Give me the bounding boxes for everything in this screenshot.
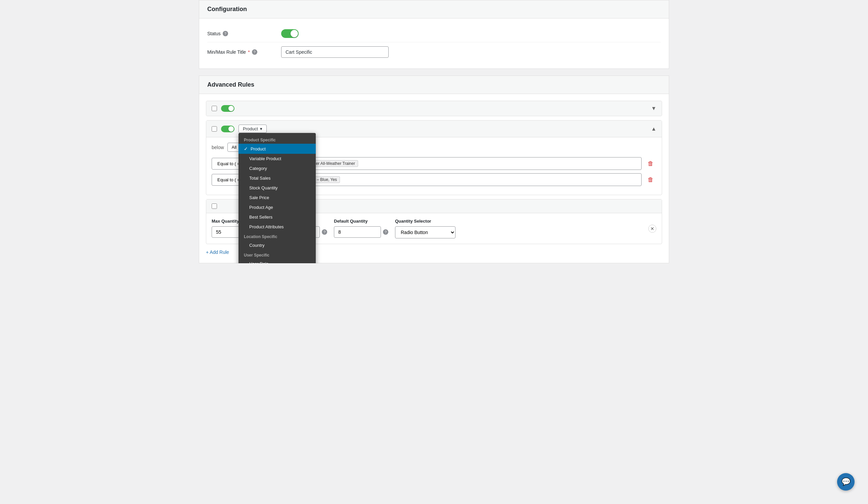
rule-card-2: Product ▾ Product Specific ✓ Product Va xyxy=(206,120,662,195)
dropdown-item-product-label: Product xyxy=(251,146,266,151)
dropdown-group-product-specific: Product Specific xyxy=(238,135,316,144)
dropdown-item-best-sellers-label: Best Sellers xyxy=(249,214,272,220)
dropdown-item-best-sellers[interactable]: Best Sellers xyxy=(238,212,316,222)
dropdown-item-stock-quantity-label: Stock Quantity xyxy=(249,185,278,190)
rule-title-label: Min/Max Rule Title * ? xyxy=(207,49,281,55)
collapse-down-icon[interactable]: ▼ xyxy=(651,105,657,112)
dropdown-item-total-sales-label: Total Sales xyxy=(249,176,271,181)
dropdown-item-product-age-label: Product Age xyxy=(249,205,273,210)
collapse-up-icon[interactable]: ▲ xyxy=(651,126,657,132)
dropdown-item-user-role-label: User Role xyxy=(249,261,269,263)
default-quantity-group: Default Quantity ? xyxy=(334,219,388,238)
default-quantity-input[interactable] xyxy=(334,226,381,238)
status-label: Status ? xyxy=(207,31,281,36)
configuration-title: Configuration xyxy=(207,6,661,13)
condition-2-delete[interactable]: 🗑 xyxy=(645,175,657,185)
status-help-icon[interactable]: ? xyxy=(223,31,228,36)
rule-type-label: Product xyxy=(243,126,258,131)
rule-card-2-checkbox[interactable] xyxy=(211,126,217,132)
dropdown-item-total-sales[interactable]: Total Sales xyxy=(238,173,316,183)
status-toggle[interactable] xyxy=(281,29,299,38)
quantity-selector-group: Quantity Selector Radio Button Dropdown … xyxy=(395,219,455,238)
dropdown-item-product-attributes[interactable]: Product Attributes xyxy=(238,222,316,232)
dropdown-item-stock-quantity[interactable]: Stock Quantity xyxy=(238,183,316,193)
rule-card-2-toggle[interactable] xyxy=(221,126,235,132)
dropdown-item-category[interactable]: Category xyxy=(238,164,316,173)
dropdown-item-product-attributes-label: Product Attributes xyxy=(249,224,284,229)
quantity-selector-select[interactable]: Radio Button Dropdown Input xyxy=(395,226,455,238)
quantity-section-close-button[interactable]: ✕ xyxy=(648,225,657,233)
advanced-rules-title: Advanced Rules xyxy=(207,81,661,88)
default-quantity-label: Default Quantity xyxy=(334,219,388,224)
dropdown-item-sale-price[interactable]: Sale Price xyxy=(238,193,316,202)
rule-card-2-header: Product ▾ Product Specific ✓ Product Va xyxy=(206,120,662,137)
add-rule-button[interactable]: + Add Rule xyxy=(206,248,229,256)
dropdown-item-product-age[interactable]: Product Age xyxy=(238,202,316,212)
dropdown-item-country-label: Country xyxy=(249,243,265,248)
dropdown-item-country[interactable]: Country xyxy=(238,240,316,250)
condition-1-delete[interactable]: 🗑 xyxy=(645,159,657,169)
rule-card-1-toggle[interactable] xyxy=(221,105,235,112)
condition-2-tags[interactable]: × #89 - Hoodie – Blue, Yes xyxy=(282,173,642,186)
dropdown-item-product[interactable]: ✓ Product xyxy=(238,144,316,154)
quantity-section-checkbox[interactable] xyxy=(211,203,217,209)
add-rule-label: + Add Rule xyxy=(206,250,229,255)
quantity-selector-label: Quantity Selector xyxy=(395,219,455,224)
rule-title-input[interactable] xyxy=(281,46,389,58)
rule-type-button[interactable]: Product ▾ xyxy=(238,125,267,133)
dropdown-item-user-role[interactable]: User Role xyxy=(238,259,316,263)
dropdown-group-user-specific: User Specific xyxy=(238,250,316,259)
default-quantity-help-icon[interactable]: ? xyxy=(383,229,388,235)
condition-1-tags[interactable]: × #1434 - Jupiter All-Weather Trainer xyxy=(282,157,642,170)
dropdown-item-variable-product-label: Variable Product xyxy=(249,156,281,161)
rule-card-1-header[interactable]: ▼ xyxy=(206,101,662,116)
dropdown-group-location-specific: Location Specific xyxy=(238,232,316,240)
chevron-down-icon: ▾ xyxy=(260,126,262,131)
dropdown-item-category-label: Category xyxy=(249,166,267,171)
step-quantity-help-icon[interactable]: ? xyxy=(322,229,327,235)
dropdown-item-variable-product[interactable]: Variable Product xyxy=(238,154,316,164)
dropdown-item-sale-price-label: Sale Price xyxy=(249,195,269,200)
rule-card-1-checkbox[interactable] xyxy=(211,106,217,111)
rule-card-1: ▼ xyxy=(206,101,662,116)
required-star: * xyxy=(248,49,250,55)
rule-type-dropdown: Product Specific ✓ Product Variable Prod… xyxy=(238,133,316,263)
rule-title-help-icon[interactable]: ? xyxy=(252,49,257,55)
check-icon: ✓ xyxy=(244,146,248,151)
rule-match-prefix: below xyxy=(211,145,224,150)
